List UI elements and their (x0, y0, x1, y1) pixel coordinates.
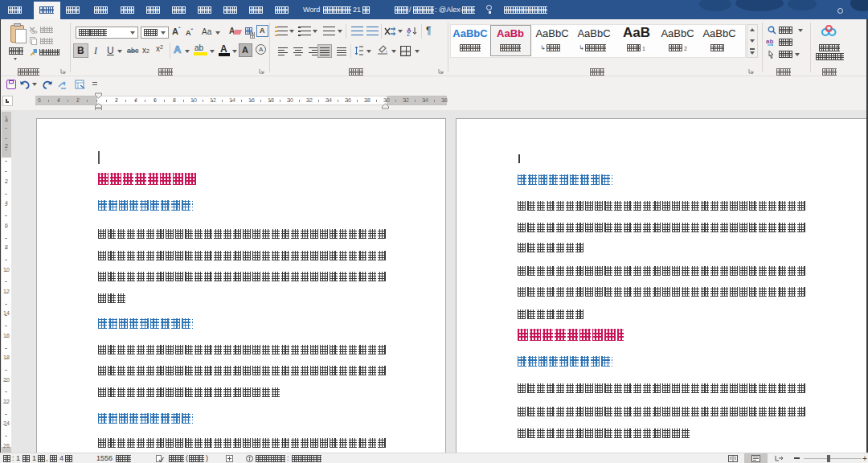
svg-text:Z: Z (407, 31, 411, 36)
